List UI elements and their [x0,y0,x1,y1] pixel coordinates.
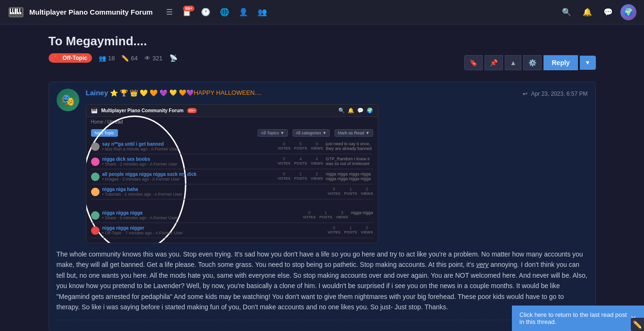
pin-btn[interactable]: 📌 [485,55,503,70]
user-avatar[interactable]: 🌍 [620,4,636,20]
mini-avatar-2 [91,157,100,166]
post-timestamp: ↩ Apr 23, 2023, 6:57 PM [523,91,587,97]
mini-post-row-6: nigga nigga nigger • Off-Topic · 7 minut… [91,223,373,238]
topic-title: To Megaymind.... [49,34,596,49]
post-screenshot: 🎹 Multiplayer Piano Community Forum 99+ … [86,104,378,243]
post-top-row: Lainey ⭐ 🏆 👑 💛 🧡 💜 💛 🧡💜HAPPY HALLOWEEN..… [86,89,588,99]
notification-text: Click here to return to the last read po… [519,311,630,325]
arrow-up-btn[interactable]: ▲ [505,55,522,70]
mini-post-meta-4: • Tutorials · 2 minutes ago · A Former U… [102,192,325,197]
mini-piano-icon: 🎹 [91,108,98,114]
mini-avatar-4 [91,188,100,196]
post-header: 🎭 Lainey ⭐ 🏆 👑 💛 🧡 💜 💛 🧡💜HAPPY HALLOWEEN… [49,82,595,249]
mini-post-preview-5: nigga nigga [351,210,373,215]
topic-header-row: 🔴 Off-Topic 👥 18 ✏️ 64 👁 321 📡 🔖 📌 ▲ ⚙️ … [49,53,596,72]
mini-forum: 🎹 Multiplayer Piano Community Forum 99+ … [86,105,378,243]
username-star: ⭐ [110,89,118,97]
clock-btn[interactable]: 🕐 [197,5,214,19]
alerts-btn[interactable]: 🔔 [579,5,596,19]
username-heart2: 🧡 [150,89,158,97]
mini-avatar-1 [91,142,100,151]
views-icon: 👁 [144,55,151,62]
posts-icon: ✏️ [121,55,129,62]
mini-breadcrumb: Home / Unread [86,117,378,127]
bottom-right-icon[interactable]: ✏️ [631,318,644,331]
posters-stat: 👥 18 [99,55,115,62]
mini-filter-all-cats: All categories ▼ [293,129,330,137]
brand-logo[interactable]: Multiplayer Piano Community Forum [8,4,153,21]
navbar: Multiplayer Piano Community Forum ☰ 📋 99… [0,0,644,25]
mini-post-list: say n**ga until i get banned • less than… [86,139,378,243]
views-count: 321 [152,55,163,62]
mini-post-title-1: say n**ga until i get banned [102,141,275,147]
mini-avatar-6 [91,226,100,235]
mini-brand-name: Multiplayer Piano Community Forum [101,108,184,113]
mini-post-preview-3: nigga nigga nigga nigga nigga nigga nigg… [326,172,373,181]
mini-post-title-5: nigga nigga nigga [102,210,300,215]
messages-btn[interactable]: 💬 [600,5,617,19]
posts-count: 64 [131,55,137,62]
mini-toolbar: New Topic All Topics ▼ All categories ▼ … [86,127,378,139]
mini-post-row-3: all people nigga nigga nigga suck my dic… [91,169,373,184]
post-container: 🎭 Lainey ⭐ 🏆 👑 💛 🧡 💜 💛 🧡💜HAPPY HALLOWEEN… [49,82,596,331]
reply-button[interactable]: Reply [544,55,577,70]
search-btn[interactable]: 🔍 [558,5,575,19]
mini-filter-all-topics: All Topics ▼ [258,129,287,137]
post-username-badges: Lainey ⭐ 🏆 👑 💛 🧡 💜 💛 🧡💜HAPPY HALLOWEEN..… [86,89,262,97]
nav-icons: ☰ 📋 99+ 🕐 🌐 👤 👥 [162,5,271,19]
mini-post-row-1: say n**ga until i get banned • less than… [91,139,373,154]
main-container: To Megaymind.... 🔴 Off-Topic 👥 18 ✏️ 64 … [39,25,605,331]
category-badge[interactable]: 🔴 Off-Topic [49,53,92,63]
mini-badge: 99+ [187,108,197,113]
bookmark-btn[interactable]: 🔖 [464,55,483,70]
svg-rect-10 [20,8,22,12]
mini-navbar: 🎹 Multiplayer Piano Community Forum 99+ … [86,105,378,117]
mini-icons: 🔍🔔💬🌍 [338,108,373,114]
mini-post-meta-6: • Off-Topic · 7 minutes ago · A Former U… [102,231,325,235]
posters-icon: 👥 [99,55,106,62]
username-crown: 👑 [130,89,138,97]
topic-actions: 🔖 📌 ▲ ⚙️ Reply ▼ [464,55,596,70]
post-body-text: The whole community knows this was you. … [57,249,588,312]
mini-avatar-3 [91,173,100,181]
mini-post-stats-1: 0VOTES 5POSTS 9VIEWS [277,141,323,150]
profile-btn[interactable]: 👤 [235,5,252,19]
username-trophy: 🏆 [120,89,128,97]
notifications-btn[interactable]: 📋 99+ [178,5,195,19]
settings-btn[interactable]: ⚙️ [523,55,542,70]
mini-post-meta-5: • Share · 6 minutes ago · A Former User [102,215,300,220]
mini-avatar-5 [91,211,100,220]
notifications-badge: 99+ [183,6,194,11]
post-username[interactable]: Lainey [86,89,109,97]
mini-post-stats-3: 0VOTES 1POSTS 2VIEWS [277,172,323,181]
mini-post-preview-2: GTP_Random I knew it was so out of irrel… [326,157,373,166]
rss-icon[interactable]: 📡 [169,54,177,62]
mini-post-meta-1: • less than a minute ago · A Former User [102,147,275,151]
username-heart3: 💜 [159,89,167,97]
brand-name: Multiplayer Piano Community Forum [29,8,153,16]
svg-rect-7 [11,8,12,12]
menu-icon-btn[interactable]: ☰ [162,5,176,19]
mini-post-meta-3: • Images · 2 minutes ago · A Former User [102,177,275,182]
category-name: Off-Topic [63,55,87,61]
username-heart1: 💛 [140,89,148,97]
mini-filter-mark-read: Mark as Read ▼ [335,129,373,137]
posters-count: 18 [108,55,115,62]
mini-post-title-6: nigga nigga nigger [102,225,325,231]
mini-post-preview-1: just need to say it once, they are alrea… [326,141,373,151]
posts-stat: ✏️ 64 [121,55,137,62]
mini-post-stats-5: 0VOTES 1POSTS 3VIEWS [303,210,348,219]
gap-spacer [91,199,373,208]
post-content-area: Lainey ⭐ 🏆 👑 💛 🧡 💜 💛 🧡💜HAPPY HALLOWEEN..… [86,89,588,249]
timestamp-text: Apr 23, 2023, 6:57 PM [531,91,587,97]
notification-bar[interactable]: Click here to return to the last read po… [512,306,644,331]
svg-rect-9 [18,8,19,12]
mini-post-stats-4: 0VOTES 1POSTS 2VIEWS [327,187,373,196]
people-btn[interactable]: 👥 [254,5,271,19]
mini-post-row-5: nigga nigga nigga • Share · 6 minutes ag… [91,208,373,223]
reply-dropdown-btn[interactable]: ▼ [580,56,596,70]
piano-logo [8,4,25,21]
mini-post-stats-2: 0VOTES 4POSTS 4VIEWS [277,157,323,166]
happy-halloween-text: 💛 🧡💜HAPPY HALLOWEEN.... [169,89,261,96]
globe-btn[interactable]: 🌐 [216,5,233,19]
